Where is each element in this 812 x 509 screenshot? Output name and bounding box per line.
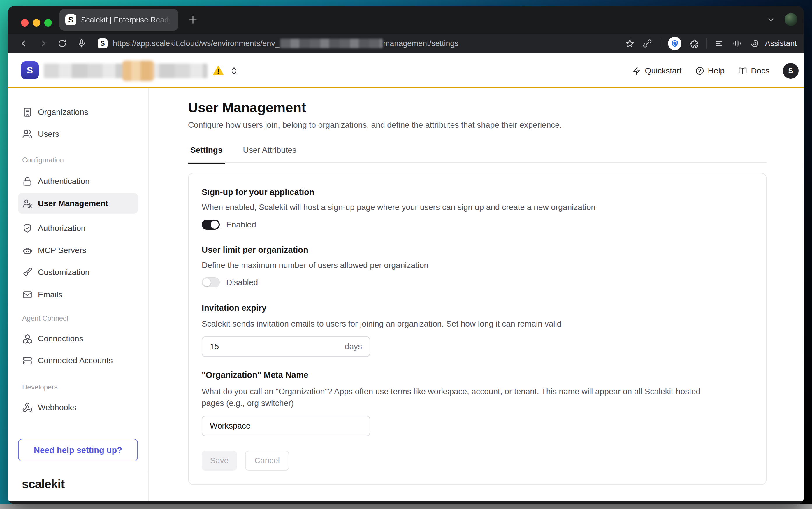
lock-icon: [22, 176, 33, 186]
building-icon: [22, 107, 33, 117]
help-label: Help: [708, 66, 725, 75]
url-suffix: management/settings: [383, 39, 458, 48]
toolbar-divider: [706, 38, 707, 49]
close-window-button[interactable]: [21, 19, 29, 27]
cancel-button[interactable]: Cancel: [245, 451, 289, 471]
sidebar-item-users[interactable]: Users: [18, 124, 138, 144]
assistant-swirl-icon[interactable]: [750, 38, 760, 48]
quickstart-label: Quickstart: [645, 66, 682, 75]
signup-toggle[interactable]: [202, 219, 220, 230]
address-bar[interactable]: https://app.scalekit.cloud/ws/environmen…: [113, 39, 619, 48]
lightning-icon: [632, 66, 641, 75]
sidebar-item-authorization[interactable]: Authorization: [18, 218, 138, 238]
sidebar-item-user-management[interactable]: User Management: [18, 193, 138, 214]
sidebar-section-developers: Developers: [22, 383, 58, 391]
invitation-expiry-unit: days: [345, 342, 362, 351]
sidebar-item-label: Users: [38, 129, 59, 139]
workspace-badge-redacted: [122, 61, 154, 81]
reading-list-icon[interactable]: [715, 38, 725, 48]
copy-link-icon[interactable]: [642, 38, 652, 48]
sidebar-item-label: User Management: [38, 199, 108, 208]
cubes-icon: [22, 334, 33, 344]
sidebar-divider: [8, 472, 148, 472]
minimize-window-button[interactable]: [33, 19, 40, 27]
sidebar-item-authentication[interactable]: Authentication: [18, 171, 138, 192]
invitation-expiry-field: days: [202, 336, 370, 357]
book-icon: [738, 66, 747, 75]
sidebar-item-connected-accounts[interactable]: Connected Accounts: [18, 350, 138, 371]
docs-button[interactable]: Docs: [738, 66, 770, 75]
org-meta-name-field: [202, 416, 370, 436]
equalizer-icon[interactable]: [732, 38, 742, 48]
browser-window: S Scalekit | Enterprise Ready A S https:…: [8, 6, 804, 504]
sidebar-item-organizations[interactable]: Organizations: [18, 102, 138, 123]
sidebar-item-label: Authorization: [38, 224, 85, 233]
signup-title: Sign-up for your application: [202, 188, 315, 197]
quickstart-button[interactable]: Quickstart: [632, 66, 682, 75]
desktop: S Scalekit | Enterprise Ready A S https:…: [0, 0, 812, 509]
assistant-label[interactable]: Assistant: [765, 39, 797, 48]
signup-description: When enabled, Scalekit will host a sign-…: [202, 201, 595, 213]
sidebar-item-emails[interactable]: Emails: [18, 284, 138, 305]
robot-icon: [22, 245, 33, 256]
password-manager-icon[interactable]: [668, 37, 681, 50]
toolbar-divider: [660, 38, 661, 49]
back-button[interactable]: [19, 38, 29, 48]
extensions-puzzle-icon[interactable]: [689, 38, 699, 48]
org-meta-name-title: "Organization" Meta Name: [202, 370, 308, 380]
new-tab-button[interactable]: [187, 14, 199, 26]
workspace-switcher-chevrons-icon[interactable]: [228, 65, 240, 77]
sidebar-section-agent-connect: Agent Connect: [22, 314, 69, 323]
invitation-expiry-title: Invitation expiry: [202, 303, 267, 313]
org-meta-name-input[interactable]: [210, 421, 362, 431]
main-content: User Management Configure how users join…: [149, 88, 804, 501]
browser-tab[interactable]: S Scalekit | Enterprise Ready A: [60, 9, 178, 31]
reload-button[interactable]: [58, 38, 67, 48]
scalekit-favicon: S: [65, 14, 76, 25]
scalekit-app: S Quickstart Help: [8, 53, 804, 501]
toggle-knob: [203, 278, 211, 286]
tab-user-attributes[interactable]: User Attributes: [241, 145, 299, 164]
browser-profile-avatar[interactable]: [785, 13, 798, 26]
forward-button[interactable]: [38, 38, 48, 48]
invitation-expiry-description: Scalekit sends invitation emails to user…: [202, 318, 561, 330]
tab-search-chevron-icon[interactable]: [766, 14, 776, 25]
docs-label: Docs: [751, 66, 770, 75]
question-circle-icon: [695, 66, 704, 75]
server-stack-icon: [22, 355, 33, 366]
url-prefix: https://app.scalekit.cloud/ws/environmen…: [113, 39, 280, 48]
zoom-window-button[interactable]: [44, 19, 52, 27]
sidebar-item-customization[interactable]: Customization: [18, 262, 138, 282]
browser-toolbar: S https://app.scalekit.cloud/ws/environm…: [8, 34, 804, 53]
sidebar-item-mcp-servers[interactable]: MCP Servers: [18, 240, 138, 261]
bookmark-star-icon[interactable]: [625, 38, 635, 48]
environment-warning-icon: [212, 64, 225, 77]
sidebar-item-webhooks[interactable]: Webhooks: [18, 397, 138, 418]
users-icon: [22, 129, 33, 139]
paintbrush-icon: [22, 267, 33, 277]
tab-title: Scalekit | Enterprise Ready A: [81, 15, 173, 25]
sidebar-section-configuration: Configuration: [22, 156, 64, 164]
user-avatar[interactable]: S: [783, 63, 799, 79]
save-button[interactable]: Save: [202, 451, 237, 471]
webhook-icon: [22, 402, 33, 413]
help-button[interactable]: Help: [695, 66, 725, 75]
signup-toggle-label: Enabled: [226, 220, 256, 230]
toggle-knob: [211, 221, 219, 229]
scalekit-wordmark: scalekit: [22, 477, 64, 491]
tabs-underline: [188, 162, 767, 163]
need-help-button[interactable]: Need help setting up?: [18, 439, 138, 462]
sidebar-item-connections[interactable]: Connections: [18, 328, 138, 349]
user-limit-title: User limit per organization: [202, 245, 308, 255]
scalekit-logo-mark: S: [21, 61, 39, 79]
url-favicon: S: [98, 38, 108, 48]
user-limit-toggle[interactable]: [202, 277, 220, 287]
invitation-expiry-input[interactable]: [210, 342, 345, 351]
sidebar-item-label: Webhooks: [38, 403, 76, 412]
org-meta-name-description: What do you call an "Organization"? Apps…: [202, 386, 715, 409]
microphone-icon[interactable]: [77, 38, 86, 48]
tab-settings[interactable]: Settings: [188, 145, 225, 164]
settings-card: Sign-up for your application When enable…: [188, 173, 767, 485]
page-title: User Management: [188, 99, 306, 115]
user-limit-description: Define the maximum number of users allow…: [202, 260, 428, 271]
